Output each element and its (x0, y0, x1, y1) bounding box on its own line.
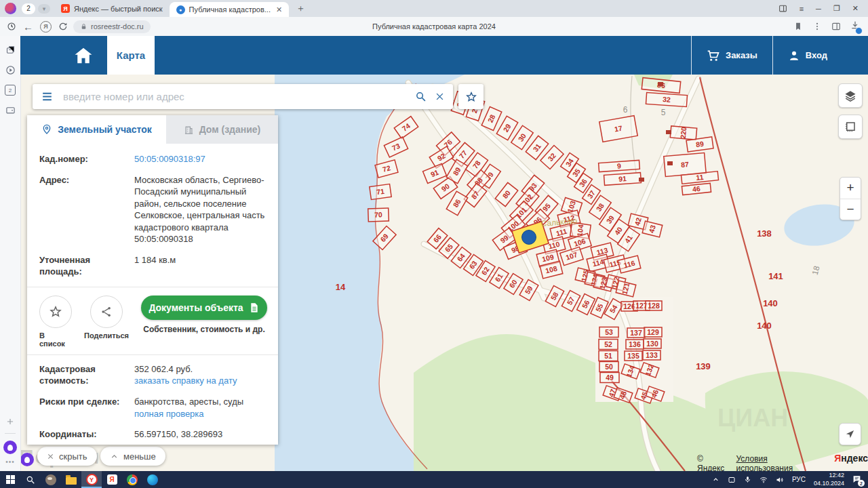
login-button[interactable]: Вход (773, 36, 868, 75)
tablet-mode-icon[interactable] (728, 476, 736, 484)
search-button[interactable] (407, 91, 432, 102)
home-button[interactable] (60, 36, 107, 75)
notifications-button[interactable]: 2 (852, 474, 861, 485)
cad-number-link[interactable]: 50:05:0090318:97 (134, 153, 266, 165)
taskbar-yandex-app-button[interactable]: Я (102, 471, 122, 488)
map-parcel[interactable]: 128 (646, 301, 662, 310)
tab-count-badge[interactable]: 2 (22, 3, 35, 14)
start-button[interactable] (0, 471, 20, 488)
search-input[interactable] (62, 90, 407, 103)
map-parcel[interactable]: 135 (625, 351, 642, 361)
browser-menu-icon[interactable]: ≡ (800, 5, 804, 13)
volume-icon[interactable] (776, 476, 784, 484)
share-button[interactable] (90, 296, 123, 328)
alice-icon (7, 445, 13, 451)
favorites-button[interactable] (458, 84, 484, 109)
sidebar-add-icon[interactable] (5, 417, 15, 426)
tab-house[interactable]: Дом (здание) (166, 115, 278, 144)
less-button[interactable]: меньше (100, 447, 165, 466)
taskbar-yandex-browser-button[interactable]: Y (81, 471, 102, 488)
map-parcel[interactable]: 129 (644, 327, 662, 337)
zoom-out-button[interactable]: − (840, 199, 861, 220)
menu-button[interactable] (33, 90, 62, 103)
map-parcel[interactable]: 137 (627, 328, 645, 338)
browser-tab-1[interactable]: Я Яндекс — быстрый поиск (54, 0, 170, 17)
parcel-number: 9 (617, 161, 622, 169)
browser-tab-2-active[interactable]: ● Публичная кадастров... ✕ (170, 2, 290, 17)
sidebar-video-icon[interactable] (5, 65, 16, 75)
reload-icon[interactable] (58, 22, 68, 31)
map-parcel[interactable]: 71 (370, 184, 391, 200)
parcel-number: 32 (663, 95, 671, 104)
map-parcel[interactable]: 53 (599, 327, 618, 338)
terms-of-use-link[interactable]: Условия использования (736, 454, 825, 473)
taskbar-search-button[interactable] (20, 471, 41, 488)
address-bar[interactable]: rosreestr-doc.ru (73, 20, 151, 33)
sidebar-alice-button[interactable] (3, 441, 17, 454)
profile-avatar[interactable] (5, 3, 16, 14)
map-parcel[interactable]: 51 (599, 351, 618, 361)
measure-button[interactable] (838, 115, 863, 139)
restore-button[interactable]: ❐ (833, 4, 840, 13)
collections-icon[interactable] (831, 22, 841, 31)
pkk-favicon: ● (176, 5, 185, 14)
language-indicator[interactable]: РУС (792, 476, 806, 483)
map-parcel[interactable]: 32 (646, 92, 687, 106)
tab-close-icon[interactable]: ✕ (276, 5, 282, 14)
back-button[interactable]: ← (23, 21, 33, 33)
clear-search-button[interactable] (432, 92, 453, 102)
add-to-list-button[interactable] (39, 296, 72, 328)
parcel-number: 220 (679, 127, 688, 140)
map-parcel[interactable]: 91 (604, 173, 642, 186)
tab-2-title: Публичная кадастров... (189, 5, 271, 14)
wifi-icon[interactable] (760, 476, 768, 484)
map-parcel[interactable]: 220 (670, 125, 696, 140)
map-parcel[interactable]: 130 (644, 339, 661, 348)
tray-expand-icon[interactable] (712, 476, 719, 483)
minimize-button[interactable]: ─ (816, 5, 821, 13)
yandex-home-icon[interactable]: Я (40, 21, 52, 33)
layers-button[interactable] (838, 83, 863, 108)
map-parcel[interactable]: 133 (643, 350, 660, 360)
sidebar-wallet-icon[interactable] (5, 105, 16, 115)
coordinates-value: 56.597150, 38.289693 (134, 428, 266, 441)
alice-assistant-button[interactable] (20, 453, 34, 466)
zoom-in-button[interactable]: + (840, 178, 861, 199)
attribution-copyright: © Яндекс (697, 454, 732, 473)
cost-report-link[interactable]: заказать справку на дату (134, 375, 237, 386)
hide-button[interactable]: скрыть (37, 447, 97, 466)
close-window-button[interactable]: ✕ (852, 4, 859, 13)
more-options-icon[interactable] (812, 22, 822, 31)
taskbar-clock[interactable]: 12:42 04.10.2024 (814, 472, 844, 487)
microphone-icon[interactable] (744, 476, 751, 483)
taskbar-gimp-button[interactable] (41, 471, 61, 488)
geolocation-button[interactable] (839, 423, 861, 445)
cost-value: 352 062.4 руб. (134, 364, 193, 374)
bookmark-icon[interactable] (793, 22, 803, 31)
history-clock-icon[interactable] (7, 22, 16, 31)
new-tab-button[interactable]: ＋ (296, 3, 305, 15)
downloads-button[interactable] (850, 20, 860, 33)
orders-button[interactable]: Заказы (692, 36, 772, 75)
taskbar-edge-button[interactable] (142, 471, 163, 488)
sidebar-more-dots[interactable]: ••• (5, 458, 15, 466)
sidebar-tabs-counter[interactable]: 2 (5, 85, 16, 96)
taskbar-explorer-button[interactable] (61, 471, 81, 488)
risk-check-link[interactable]: полная проверка (134, 409, 204, 419)
map-parcel[interactable]: 136 (626, 340, 644, 349)
tabs-chevron[interactable]: ▾ (38, 4, 50, 14)
map-parcel[interactable]: 49 (600, 373, 619, 383)
taskbar-chrome-button[interactable] (122, 471, 142, 488)
sidebar-feed-icon[interactable] (5, 45, 16, 56)
side-panel-icon[interactable] (778, 4, 787, 13)
parcel-number: 17 (614, 124, 623, 134)
ruler-icon (844, 121, 856, 133)
map-parcel[interactable]: 50 (599, 362, 618, 372)
cost-row: Кадастровая стоимость: 352 062.4 руб. за… (39, 363, 266, 387)
tab-land-parcel[interactable]: Земельный участок (27, 115, 166, 144)
object-documents-button[interactable]: Документы объекта (141, 296, 267, 320)
building-footprint (639, 178, 644, 182)
map-parcel[interactable]: 70 (368, 208, 389, 222)
map-tab[interactable]: Карта (107, 36, 155, 75)
map-parcel[interactable]: 52 (599, 340, 618, 350)
